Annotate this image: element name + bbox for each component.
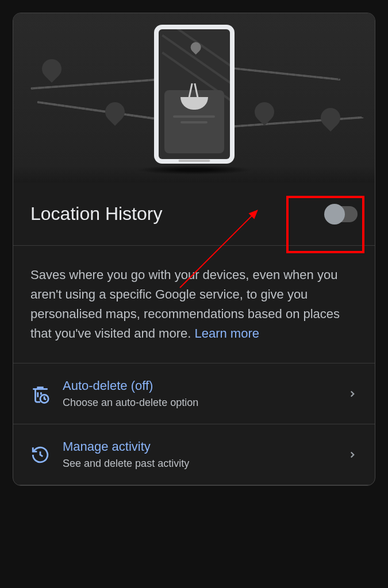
settings-card: Location History Saves where you go with… (13, 13, 375, 486)
auto-delete-icon (30, 384, 50, 404)
pin-icon (38, 55, 66, 83)
auto-delete-row[interactable]: Auto-delete (off) Choose an auto-delete … (13, 363, 375, 424)
chevron-right-icon (347, 450, 358, 460)
location-history-row: Location History (13, 183, 375, 246)
auto-delete-subtitle: Choose an auto-delete option (63, 397, 335, 409)
manage-activity-subtitle: See and delete past activity (63, 458, 335, 470)
manage-activity-row[interactable]: Manage activity See and delete past acti… (13, 424, 375, 485)
auto-delete-title: Auto-delete (off) (63, 378, 335, 393)
chevron-right-icon (347, 389, 358, 399)
manage-activity-title: Manage activity (63, 439, 335, 454)
pin-icon (317, 104, 344, 131)
history-icon (30, 445, 50, 465)
meal-icon (180, 97, 208, 110)
learn-more-link[interactable]: Learn more (194, 326, 259, 341)
pin-icon (101, 98, 129, 126)
phone-illustration (154, 25, 235, 164)
description-text: Saves where you go with your devices, ev… (13, 246, 375, 363)
hero-illustration (13, 13, 375, 183)
pin-icon (251, 98, 278, 126)
page-title: Location History (30, 203, 162, 225)
location-history-toggle[interactable] (325, 206, 358, 222)
